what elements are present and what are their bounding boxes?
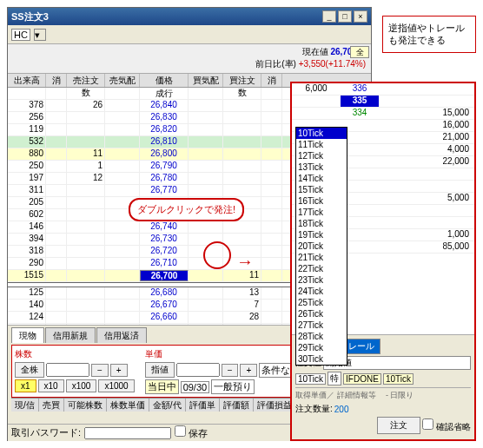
qty-x100[interactable]: x100 — [66, 379, 97, 392]
qty-group-label: 株数 — [15, 348, 135, 360]
all-shares-button[interactable]: 全株 — [15, 362, 44, 378]
qty-x1000[interactable]: x1000 — [98, 379, 134, 392]
window-title: SS注文3 — [11, 10, 321, 23]
title-bar: SS注文3 _ □ × — [8, 8, 371, 25]
refresh-icon[interactable]: ▾ — [34, 29, 46, 41]
save-pw-check[interactable]: 保存 — [175, 425, 208, 440]
tick-option[interactable]: 17Tick — [296, 207, 347, 218]
col-cancel2: 消 — [261, 74, 282, 87]
col-cancel: 消 — [46, 74, 67, 87]
all-button[interactable]: 全 — [350, 46, 369, 58]
highlight-circle — [203, 241, 231, 269]
qty-plus-button[interactable]: + — [110, 364, 128, 377]
tick-option[interactable]: 11Tick — [296, 139, 347, 150]
limit-button[interactable]: 指値 — [145, 362, 175, 378]
popup-row[interactable]: 335 — [292, 96, 474, 108]
tick-option[interactable]: 26Tick — [296, 308, 347, 320]
tick2-select[interactable]: 10Tick — [383, 373, 414, 385]
price-minus-button[interactable]: − — [222, 364, 239, 377]
col-sell-qty: 売注文数 — [67, 74, 105, 87]
popup-row[interactable]: 6,000336 — [292, 83, 474, 96]
price-plus-button[interactable]: + — [240, 364, 257, 377]
tab-margin-close[interactable]: 信用返済 — [96, 327, 147, 343]
now-label: 現在値 — [302, 47, 328, 56]
period-select[interactable]: 当日中 — [145, 379, 179, 394]
date-select[interactable]: 09/30 — [181, 381, 210, 393]
bt-1[interactable]: 売買 — [39, 399, 64, 412]
order-qty-label: 注文数量: — [295, 403, 333, 415]
maximize-button[interactable]: □ — [338, 10, 352, 23]
bt-0[interactable]: 現/信 — [11, 399, 39, 412]
ifdone-select[interactable]: IFDONE — [343, 373, 381, 385]
bt-5[interactable]: 評価単 — [186, 399, 220, 412]
tick-option[interactable]: 30Tick — [296, 353, 347, 365]
prev-label: 前日比(率) — [255, 59, 296, 69]
tick-option[interactable]: 13Tick — [296, 161, 347, 173]
minimize-button[interactable]: _ — [322, 10, 336, 23]
qty-x1[interactable]: x1 — [15, 379, 36, 392]
col-sell-depth: 売気配 — [105, 74, 140, 87]
bt-6[interactable]: 評価額 — [220, 399, 254, 412]
tick-option[interactable]: 15Tick — [296, 184, 347, 195]
bt-2[interactable]: 可能株数 — [64, 399, 107, 412]
tab-spot[interactable]: 現物 — [11, 327, 44, 343]
order-qty-value: 200 — [334, 405, 349, 414]
price-info: 全 現在値 26,700 C 前日比(率) +3,550(+11.74%) — [8, 44, 371, 74]
toolbar: HC ▾ — [8, 25, 371, 44]
tick-option[interactable]: 14Tick — [296, 173, 347, 184]
tick-option[interactable]: 20Tick — [296, 240, 347, 252]
qty-minus-button[interactable]: − — [91, 364, 109, 377]
tab-margin-new[interactable]: 信用新規 — [45, 327, 96, 343]
tick-option[interactable]: 24Tick — [296, 286, 347, 297]
tick-option[interactable]: 12Tick — [296, 150, 347, 161]
close-button[interactable]: × — [354, 10, 367, 23]
tick-option[interactable]: 10Tick — [296, 128, 347, 139]
price-diff: +3,550(+11.74%) — [299, 59, 366, 69]
popup-footer-text: 取得単価／ 詳細情報等 - 日限り — [295, 387, 471, 401]
col-price: 価格 — [140, 74, 189, 87]
tick-option[interactable]: 29Tick — [296, 342, 347, 353]
tick1-select[interactable]: 10Tick — [295, 373, 326, 385]
submit-order-button[interactable]: 注文 — [377, 417, 420, 434]
trigger-popup: 6,00033633533415,00016,00021,0004,00022,… — [290, 82, 476, 441]
popup-row[interactable]: 33415,000 — [292, 108, 474, 120]
col-buy-qty: 買注文数 — [223, 74, 261, 87]
tick-option[interactable]: 16Tick — [296, 195, 347, 207]
tick-option[interactable]: 22Tick — [296, 263, 347, 274]
tick-option[interactable]: 25Tick — [296, 297, 347, 308]
qty-x10[interactable]: x10 — [38, 379, 64, 392]
price-input[interactable] — [176, 363, 220, 377]
callout-bubble: ダブルクリックで発注! — [129, 198, 244, 221]
symbol-select[interactable]: HC — [11, 29, 30, 41]
col-volume: 出来高 — [8, 74, 46, 87]
tick-option[interactable]: 21Tick — [296, 252, 347, 263]
pw-label: 取引パスワード: — [11, 426, 81, 439]
col-buy-depth: 買気配 — [189, 74, 223, 87]
tick-option[interactable]: 18Tick — [296, 218, 347, 229]
tick-option[interactable]: 19Tick — [296, 229, 347, 240]
arrow-icon: → — [236, 252, 254, 272]
price-group-label: 単価 — [145, 348, 303, 360]
special-select[interactable]: 特 — [328, 372, 341, 385]
tick-option[interactable]: 28Tick — [296, 331, 347, 342]
tick-option[interactable]: 23Tick — [296, 274, 347, 286]
account-select[interactable]: 一般預り — [211, 379, 255, 394]
qty-input[interactable] — [46, 363, 89, 377]
tick-option[interactable]: 27Tick — [296, 320, 347, 331]
bt-4[interactable]: 金額/代 — [149, 399, 186, 412]
annotation-note: 逆指値やトレールも発注できる — [382, 16, 476, 53]
bt-3[interactable]: 株数単価 — [107, 399, 149, 412]
password-input[interactable] — [84, 427, 171, 439]
skip-confirm-check[interactable]: 確認省略 — [422, 418, 471, 433]
tick-dropdown[interactable]: 10Tick11Tick12Tick13Tick14Tick15Tick16Ti… — [295, 127, 347, 366]
